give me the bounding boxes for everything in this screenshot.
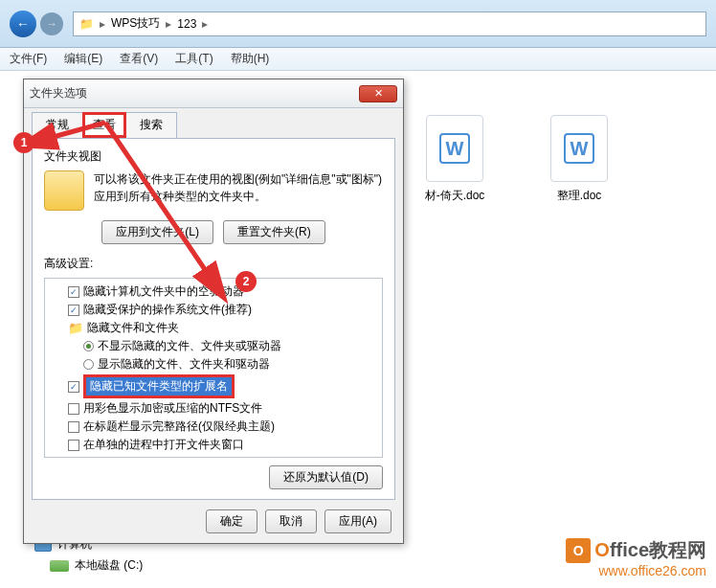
crumb-1[interactable]: WPS技巧 — [111, 15, 160, 32]
doc-icon: W — [550, 115, 608, 182]
menu-bar: 文件(F) 编辑(E) 查看(V) 工具(T) 帮助(H) — [0, 48, 716, 71]
radio-icon[interactable] — [83, 341, 94, 351]
folder-options-dialog: 文件夹选项 ✕ 常规 查看 搜索 文件夹视图 可以将该文件夹正在使用的视图(例如… — [23, 79, 404, 544]
menu-help[interactable]: 帮助(H) — [231, 51, 270, 67]
reset-folders-button[interactable]: 重置文件夹(R) — [223, 220, 325, 244]
apply-to-folders-button[interactable]: 应用到文件夹(L) — [101, 220, 213, 244]
doc-icon: W — [426, 115, 483, 182]
watermark: O Office教程网 www.office26.com — [566, 537, 706, 578]
checkbox-icon[interactable] — [68, 421, 79, 433]
list-item[interactable]: ✓隐藏受保护的操作系统文件(推荐) — [47, 301, 380, 319]
checkbox-icon[interactable]: ✓ — [68, 305, 79, 316]
tab-view[interactable]: 查看 — [82, 112, 126, 138]
ok-button[interactable]: 确定 — [206, 509, 257, 533]
watermark-logo-icon: O — [566, 538, 591, 563]
dialog-body: 文件夹视图 可以将该文件夹正在使用的视图(例如"详细信息"或"图标")应用到所有… — [32, 138, 395, 500]
files-area: W 材-倚天.doc W 整理.doc — [412, 115, 622, 204]
annotation-marker-2: 2 — [235, 271, 257, 292]
checkbox-icon[interactable] — [68, 440, 79, 451]
annotation-marker-1: 1 — [13, 132, 34, 153]
folder-icon: 📁 — [68, 321, 83, 335]
nav-back-button[interactable]: ← — [10, 11, 36, 37]
file-label: 整理.doc — [557, 188, 602, 204]
disk-icon — [50, 560, 69, 572]
list-item-hide-extensions[interactable]: ✓隐藏已知文件类型的扩展名 — [47, 373, 380, 399]
advanced-settings-list[interactable]: ✓隐藏计算机文件夹中的空驱动器 ✓隐藏受保护的操作系统文件(推荐) 📁隐藏文件和… — [44, 278, 383, 458]
menu-file[interactable]: 文件(F) — [10, 51, 47, 67]
folder-icon: 📁 — [79, 17, 94, 31]
menu-edit[interactable]: 编辑(E) — [64, 51, 102, 67]
list-item[interactable]: ✓在缩略图上显示文件图标 — [47, 454, 380, 458]
file-item[interactable]: W 材-倚天.doc — [412, 115, 498, 204]
checkbox-icon[interactable] — [68, 403, 79, 415]
folder-view-desc: 可以将该文件夹正在使用的视图(例如"详细信息"或"图标")应用到所有这种类型的文… — [94, 170, 383, 211]
list-item[interactable]: 📁隐藏文件和文件夹 — [47, 319, 380, 337]
nav-forward-button[interactable]: → — [40, 12, 63, 35]
list-item[interactable]: 在标题栏显示完整路径(仅限经典主题) — [47, 418, 380, 436]
list-item[interactable]: 不显示隐藏的文件、文件夹或驱动器 — [47, 337, 380, 355]
tab-search[interactable]: 搜索 — [125, 112, 177, 138]
folder-view-label: 文件夹视图 — [44, 148, 383, 165]
list-item[interactable]: ✓隐藏计算机文件夹中的空驱动器 — [47, 283, 380, 301]
apply-button[interactable]: 应用(A) — [324, 509, 392, 533]
advanced-label: 高级设置: — [44, 256, 383, 272]
list-item[interactable]: 显示隐藏的文件、文件夹和驱动器 — [47, 355, 380, 373]
file-item[interactable]: W 整理.doc — [536, 115, 622, 204]
folder-view-icon — [44, 170, 84, 211]
explorer-nav-bar: ← → 📁 ▸ WPS技巧 ▸ 123 ▸ — [0, 0, 716, 48]
crumb-2[interactable]: 123 — [177, 17, 196, 31]
sidebar-item-local-disk[interactable]: 本地磁盘 (C:) — [50, 557, 143, 574]
checkbox-icon[interactable]: ✓ — [68, 381, 79, 393]
menu-tools[interactable]: 工具(T) — [175, 51, 213, 67]
list-item[interactable]: 在单独的进程中打开文件夹窗口 — [47, 436, 380, 454]
cancel-button[interactable]: 取消 — [265, 509, 317, 533]
dialog-titlebar[interactable]: 文件夹选项 ✕ — [24, 79, 403, 108]
close-button[interactable]: ✕ — [359, 85, 397, 102]
file-label: 材-倚天.doc — [425, 188, 485, 204]
dialog-footer: 确定 取消 应用(A) — [24, 500, 403, 543]
checkbox-icon[interactable]: ✓ — [68, 458, 79, 459]
tab-general[interactable]: 常规 — [32, 112, 83, 138]
dialog-tabs: 常规 查看 搜索 — [24, 108, 403, 138]
breadcrumb[interactable]: 📁 ▸ WPS技巧 ▸ 123 ▸ — [73, 11, 706, 36]
dialog-title: 文件夹选项 — [30, 85, 87, 102]
watermark-url: www.office26.com — [566, 563, 706, 578]
checkbox-icon[interactable]: ✓ — [68, 286, 79, 298]
restore-defaults-button[interactable]: 还原为默认值(D) — [269, 465, 383, 489]
list-item[interactable]: 用彩色显示加密或压缩的NTFS文件 — [47, 399, 380, 418]
radio-icon[interactable] — [83, 359, 94, 370]
menu-view[interactable]: 查看(V) — [120, 51, 158, 67]
